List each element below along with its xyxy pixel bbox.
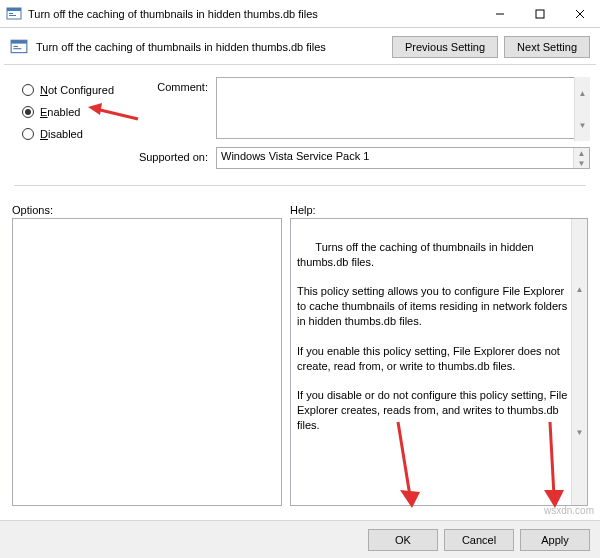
svg-rect-11 [13,48,21,49]
svg-rect-1 [7,8,21,11]
button-bar: OK Cancel Apply [0,520,600,558]
help-text: Turns off the caching of thumbnails in h… [297,241,570,431]
scrollbar[interactable]: ▲▼ [573,148,589,168]
state-radiogroup: Not Configured Enabled Disabled [10,75,136,175]
previous-setting-button[interactable]: Previous Setting [392,36,498,58]
comment-label: Comment: [136,81,208,151]
svg-rect-3 [9,15,16,16]
svg-rect-5 [536,10,544,18]
next-setting-button[interactable]: Next Setting [504,36,590,58]
radio-label: Not Configured [40,84,114,96]
help-label: Help: [290,204,588,216]
maximize-button[interactable] [520,0,560,27]
radio-disabled[interactable]: Disabled [10,123,136,145]
scrollbar[interactable]: ▲▼ [574,77,590,141]
comment-field[interactable] [216,77,590,139]
svg-rect-2 [9,13,13,14]
divider [14,185,586,186]
help-panel: Turns off the caching of thumbnails in h… [290,218,588,506]
svg-rect-10 [13,46,18,47]
minimize-button[interactable] [480,0,520,27]
watermark: wsxdn.com [544,505,594,516]
supported-label: Supported on: [136,151,208,175]
radio-not-configured[interactable]: Not Configured [10,79,136,101]
supported-field: Windows Vista Service Pack 1 ▲▼ [216,147,590,169]
radio-icon [22,106,34,118]
svg-rect-9 [11,40,27,43]
cancel-button[interactable]: Cancel [444,529,514,551]
header-row: Turn off the caching of thumbnails in hi… [0,28,600,64]
policy-icon [6,6,22,22]
radio-label: Disabled [40,128,83,140]
radio-label: Enabled [40,106,80,118]
options-label: Options: [12,204,290,216]
close-button[interactable] [560,0,600,27]
ok-button[interactable]: OK [368,529,438,551]
policy-icon [10,38,28,56]
radio-icon [22,128,34,140]
radio-enabled[interactable]: Enabled [10,101,136,123]
window-title: Turn off the caching of thumbnails in hi… [28,8,480,20]
options-panel [12,218,282,506]
apply-button[interactable]: Apply [520,529,590,551]
supported-value: Windows Vista Service Pack 1 [221,150,369,162]
titlebar: Turn off the caching of thumbnails in hi… [0,0,600,28]
policy-title: Turn off the caching of thumbnails in hi… [36,41,386,53]
scrollbar[interactable]: ▲▼ [571,219,587,505]
radio-icon [22,84,34,96]
